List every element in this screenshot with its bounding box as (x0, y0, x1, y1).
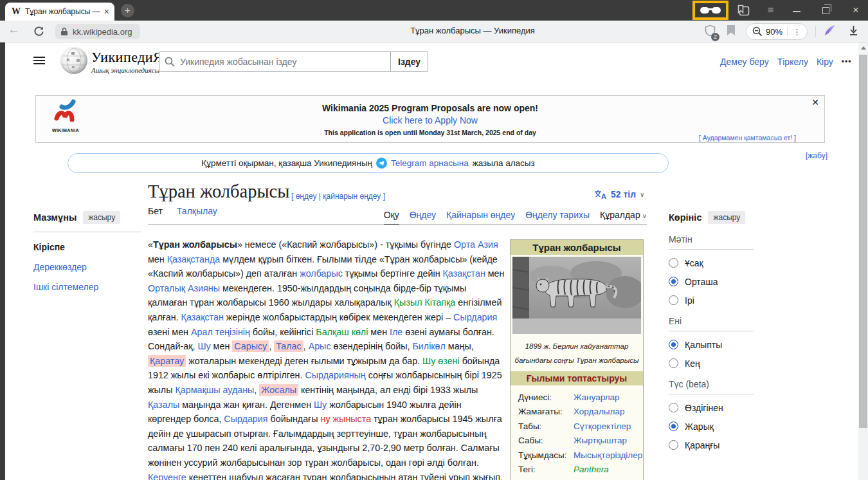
radio-icon[interactable] (669, 340, 678, 349)
wiki-link[interactable]: Сырдарияның (305, 370, 365, 380)
telegram-text-prefix: Құрметті оқырман, қазақша Уикипедияның (201, 158, 372, 168)
tab-history[interactable]: Өңделу тарихы (525, 210, 590, 224)
language-selector[interactable]: A 52 тіл ∨ (594, 189, 644, 199)
browser-tab[interactable]: W Тұран жолбарысы — Ук × (5, 3, 114, 21)
telegram-banner-close-link[interactable]: [жабу] (806, 151, 827, 160)
toc-hide-button[interactable]: жасыру (83, 211, 120, 224)
radio-icon[interactable] (669, 403, 678, 412)
radio-label: Қалыпты (685, 340, 722, 350)
radio-icon[interactable] (669, 358, 678, 368)
donate-link[interactable]: Демеу беру (720, 57, 769, 67)
wiki-link[interactable]: Сырдария (224, 414, 267, 424)
radio-option-dark[interactable]: Қараңғы (669, 439, 759, 450)
radio-option-light[interactable]: Жарық (669, 421, 759, 432)
protect-button[interactable]: 2 (704, 24, 716, 39)
browser-menu-icon[interactable]: ≡ (768, 5, 773, 16)
wiki-link[interactable]: Арал теңізінің (191, 327, 250, 337)
bookmark-icon[interactable] (727, 24, 736, 39)
appearance-header: Көрініс жасыру (669, 211, 759, 224)
search-input[interactable] (159, 51, 390, 72)
incognito-indicator[interactable] (692, 1, 728, 20)
wikipedia-wordmark[interactable]: УикипедиЯ Ашық энциклопедиясы (91, 49, 163, 74)
minimize-button[interactable] (793, 5, 800, 12)
radio-option-standard-width[interactable]: Қалыпты (669, 339, 759, 350)
close-window-button[interactable]: × (853, 4, 859, 17)
restore-window-button[interactable] (822, 7, 829, 14)
tiger-photo[interactable] (512, 257, 641, 334)
register-link[interactable]: Тіркелу (777, 57, 808, 67)
login-link[interactable]: Кіру (817, 57, 833, 67)
new-tab-button[interactable]: + (121, 4, 134, 17)
wiki-link[interactable]: Билікөл (412, 341, 445, 351)
wiki-link[interactable]: Қармақшы ауданы (175, 385, 254, 395)
search-button[interactable]: Іздеу (390, 51, 428, 72)
tab-talk[interactable]: Талқылау (177, 206, 217, 220)
telegram-channel-link[interactable]: Telegram арнасына (391, 158, 469, 168)
wiki-link[interactable]: Орта Азия (454, 239, 498, 250)
text-run: Тұран жолбарысы (153, 239, 237, 250)
wiki-link[interactable]: Қаратау (148, 355, 186, 367)
radio-icon[interactable] (669, 421, 678, 431)
wiki-link[interactable]: Қазақстан (181, 312, 224, 322)
toc-item-internal-links[interactable]: Ішкі сілтемелер (33, 282, 141, 292)
wiki-link[interactable]: Арыс (309, 341, 331, 351)
scroll-up-arrow-icon[interactable] (861, 46, 866, 50)
radio-icon[interactable] (669, 295, 678, 305)
text-run: мен (485, 268, 505, 279)
tab-read[interactable]: Оқу (384, 210, 399, 225)
radio-option-standard[interactable]: Орташа (669, 276, 759, 287)
tab-page[interactable]: Бет (148, 206, 163, 220)
radio-option-large[interactable]: Ірі (669, 295, 759, 306)
wiki-link[interactable]: Шу өзені (422, 356, 460, 366)
banner-close-icon[interactable]: ✕ (811, 97, 819, 107)
radio-icon[interactable] (669, 440, 678, 450)
wiki-link[interactable]: Керуенге (148, 472, 186, 480)
page-scrollbar[interactable] (858, 42, 868, 480)
wiki-link[interactable]: Балқаш көлі (316, 327, 368, 337)
red-link[interactable]: ну жыныста (321, 414, 372, 424)
download-icon[interactable] (848, 24, 859, 39)
main-menu-icon[interactable] (33, 57, 45, 64)
radio-option-small[interactable]: Ұсақ (669, 257, 759, 268)
wiki-link[interactable]: Қазақстан (443, 268, 485, 279)
appearance-hide-button[interactable]: жасыру (708, 211, 745, 224)
close-tab-icon[interactable]: × (104, 6, 109, 17)
wiki-link[interactable]: жолбарыс (300, 268, 343, 279)
wikipedia-logo[interactable] (60, 47, 87, 74)
title-edit-links[interactable]: [ өңдеу | қайнарын өңдеу ] (291, 192, 385, 201)
tab-edit-source[interactable]: Қайнарын өңдеу (446, 210, 515, 224)
text-run: » немесе («Каспий жолбарысы») - тұқымы б… (237, 239, 454, 250)
wiki-link[interactable]: Сарысу (232, 340, 269, 352)
tab-groups-icon[interactable] (737, 5, 750, 16)
toc-item-sources[interactable]: Дереккөздер (33, 262, 141, 272)
banner-translate-link[interactable]: [ Аудармамен қамтамасыз ет! ] (699, 134, 796, 142)
quill-icon[interactable] (824, 24, 836, 39)
tab-edit[interactable]: Өңдеу (410, 210, 436, 224)
zoom-level: 90% (766, 27, 782, 37)
radio-icon[interactable] (669, 258, 678, 268)
radio-option-automatic[interactable]: Өздігінен (669, 402, 759, 413)
search-icon (165, 57, 175, 67)
wiki-link[interactable]: Шу (314, 400, 327, 410)
wiki-link[interactable]: Жосалы (259, 384, 298, 396)
wiki-link[interactable]: Қызыл Кітапқа (394, 297, 456, 308)
tab-tools[interactable]: Құралдар∨ (600, 210, 647, 224)
taxonomy-rows: Дүниесі: Жануарлар Жамағаты: Хордалылар … (511, 385, 643, 480)
wiki-link[interactable]: Іле (390, 327, 402, 337)
wiki-link[interactable]: Орталық Азияны (148, 283, 220, 293)
radio-option-wide[interactable]: Кең (669, 358, 759, 369)
scrollbar-thumb[interactable] (859, 55, 867, 428)
wiki-link[interactable]: Қазақстанда (167, 254, 221, 264)
wiki-link[interactable]: Сырдария (453, 312, 497, 322)
wiki-link[interactable]: Қазалы (148, 400, 179, 410)
more-options-icon[interactable]: ⋮ (790, 27, 804, 37)
toc-item-intro[interactable]: Кіріспе (33, 242, 141, 252)
more-user-options-icon[interactable]: ••• (842, 57, 852, 66)
zoom-control[interactable]: 90% ⋮ (746, 23, 808, 40)
banner-apply-link[interactable]: Click here to Apply Now (36, 115, 824, 125)
zoom-out-icon (752, 26, 763, 37)
radio-icon[interactable] (669, 277, 678, 286)
wiki-link[interactable]: Талас (274, 340, 303, 352)
wiki-link[interactable]: Шу (197, 341, 210, 351)
appearance-panel: Көрініс жасыру Мәтін Ұсақ Орташа Ірі Ені… (669, 211, 759, 450)
